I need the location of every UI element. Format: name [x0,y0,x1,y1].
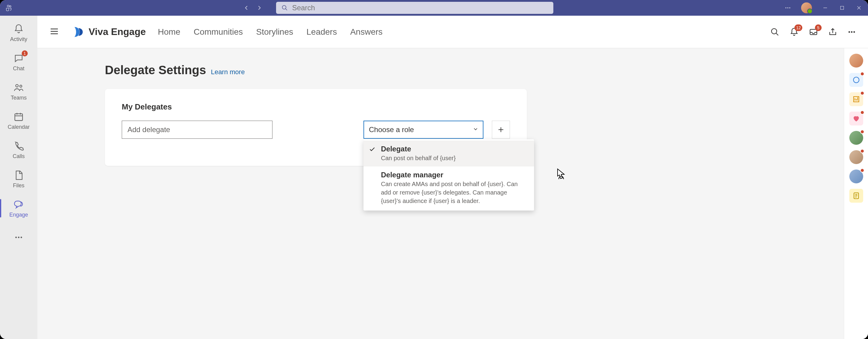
learn-more-link[interactable]: Learn more [211,68,245,76]
rail-label: Teams [10,95,27,101]
rp-app-2[interactable] [849,92,863,106]
page-title: Delegate Settings [105,63,206,77]
brand: Viva Engage [71,25,146,38]
inbox-badge: 5 [815,24,822,31]
option-title: Delegate [381,145,528,153]
svg-point-4 [787,7,788,8]
option-desc: Can post on behalf of {user} [381,154,528,162]
notif-badge: 12 [795,24,802,31]
appbar-share-button[interactable] [828,27,837,36]
svg-point-15 [848,31,850,33]
svg-point-7 [16,84,19,87]
rp-app-3[interactable] [849,112,863,125]
viva-engage-logo-icon [71,25,84,38]
svg-point-10 [16,237,17,238]
rail-files[interactable]: Files [0,168,37,190]
svg-point-11 [18,237,20,238]
role-select-label: Choose a role [369,125,414,134]
window-close-button[interactable] [855,4,863,11]
svg-point-5 [789,7,790,8]
delegates-card: My Delegates Choose a role [105,89,527,166]
engage-icon [13,198,25,210]
nav-forward-button[interactable] [256,5,262,11]
svg-point-12 [21,237,22,238]
bell-icon [13,23,25,35]
check-icon [369,146,375,154]
svg-point-13 [772,28,777,34]
nav-home[interactable]: Home [158,27,181,37]
window-minimize-button[interactable] [822,4,829,11]
appbar-more-button[interactable] [847,28,856,36]
svg-point-17 [854,31,855,33]
rp-app-1[interactable] [849,73,863,87]
rail-more[interactable] [0,230,37,245]
svg-point-8 [20,85,22,87]
content-area: Delegate Settings Learn more My Delegate… [37,48,868,339]
rail-label: Engage [9,212,28,218]
rp-avatar[interactable] [849,54,863,67]
svg-point-0 [10,6,11,7]
file-icon [13,169,25,181]
svg-rect-6 [841,6,844,10]
rail-calls[interactable]: Calls [0,139,37,161]
more-icon [13,231,25,244]
app-bar: Viva Engage Home Communities Storylines … [37,16,868,48]
rail-label: Files [13,182,24,189]
right-panel [844,48,868,339]
search-input[interactable] [292,4,548,12]
rail-calendar[interactable]: Calendar [0,110,37,132]
appbar-inbox-button[interactable]: 5 [809,27,818,36]
global-search[interactable] [276,2,553,14]
add-delegate-button[interactable] [492,121,510,139]
rp-app-4[interactable] [849,189,863,203]
rail-label: Calls [13,153,25,160]
rp-contact-1[interactable] [849,131,863,145]
svg-point-18 [853,77,859,83]
role-option-delegate[interactable]: Delegate Can post on behalf of {user} [364,141,534,167]
nav-answers[interactable]: Answers [350,27,382,37]
rail-chat[interactable]: 1 Chat [0,51,37,73]
rail-label: Chat [13,65,24,72]
rail-teams[interactable]: Teams [0,80,37,102]
role-select[interactable]: Choose a role [364,121,484,139]
rp-contact-3[interactable] [849,169,863,183]
card-title: My Delegates [122,102,510,112]
hamburger-button[interactable] [50,27,59,37]
titlebar [0,0,868,16]
rail-engage[interactable]: Engage [0,197,37,219]
svg-point-2 [282,5,286,9]
svg-rect-9 [15,114,23,121]
rail-label: Calendar [7,124,30,130]
brand-name: Viva Engage [89,26,146,37]
more-options-icon[interactable] [784,4,792,11]
svg-point-1 [7,5,9,7]
nav-communities[interactable]: Communities [193,27,243,37]
nav-storylines[interactable]: Storylines [256,27,293,37]
role-option-delegate-manager[interactable]: Delegate manager Can create AMAs and pos… [364,167,534,209]
phone-icon [13,140,25,152]
teams-icon [13,81,25,93]
svg-point-16 [851,31,852,33]
teams-app-icon [5,4,13,11]
calendar-icon [13,111,25,123]
add-delegate-input[interactable] [122,121,273,139]
appbar-search-button[interactable] [770,27,779,36]
nav-back-button[interactable] [244,5,250,11]
chat-badge: 1 [22,50,28,56]
top-nav: Home Communities Storylines Leaders Answ… [158,27,383,37]
appbar-notifications-button[interactable]: 12 [789,27,799,36]
option-desc: Can create AMAs and post on behalf of {u… [381,180,528,205]
svg-point-3 [785,7,786,8]
nav-leaders[interactable]: Leaders [307,27,337,37]
option-title: Delegate manager [381,171,528,179]
chevron-down-icon [472,125,478,134]
window-maximize-button[interactable] [838,4,846,11]
rail-label: Activity [10,36,27,43]
rp-contact-2[interactable] [849,150,863,164]
user-avatar[interactable] [801,2,812,13]
left-rail: Activity 1 Chat Teams Calendar Calls [0,16,37,339]
rail-activity[interactable]: Activity [0,22,37,44]
role-dropdown: Delegate Can post on behalf of {user} De… [364,139,534,210]
